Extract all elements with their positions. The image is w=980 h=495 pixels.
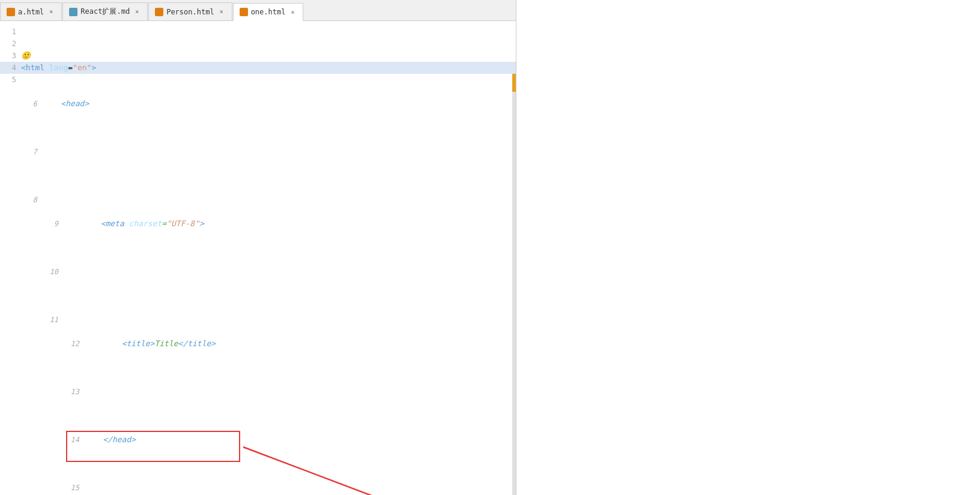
html-file-icon-2: [155, 8, 163, 16]
code-line-11: 11 12 <title>Title</title> 13 14 </head>…: [42, 314, 492, 495]
html-file-icon-3: [240, 8, 248, 16]
code-line-1: 1: [0, 26, 516, 38]
code-line-12: 12 <title>Title</title>: [63, 338, 480, 350]
code-lines: 1 2 3 🙂 4 <html lang="en"> 5: [0, 21, 516, 495]
code-line-5: 5 6 <head> 7 8 9 <meta charset="UTF-8">: [0, 74, 516, 495]
code-line-15: 15: [63, 482, 480, 494]
tab-close-1[interactable]: ×: [47, 8, 55, 16]
tab-react-md[interactable]: React扩展.md ×: [62, 2, 148, 20]
code-editor: a.html × React扩展.md × Person.html × one.…: [0, 0, 516, 495]
code-line-10: 10: [42, 266, 492, 278]
tab-one-html[interactable]: one.html ×: [233, 3, 304, 21]
code-line-2: 2: [0, 38, 516, 50]
code-line-3: 3 🙂: [0, 50, 516, 62]
code-line-14: 14 </head>: [63, 434, 480, 446]
code-line-4: 4 <html lang="en">: [0, 62, 516, 74]
tab-a-html[interactable]: a.html ×: [0, 2, 62, 20]
code-line-9: 9 <meta charset="UTF-8">: [42, 218, 492, 230]
md-file-icon: [69, 8, 77, 16]
code-line-13: 13: [63, 386, 480, 398]
code-line-6: 6 <head>: [21, 98, 504, 110]
tab-person-html[interactable]: Person.html ×: [148, 2, 232, 20]
code-line-8: 8 9 <meta charset="UTF-8"> 10 11 12 <: [21, 194, 504, 495]
tab-close-2[interactable]: ×: [133, 8, 141, 16]
tab-close-4[interactable]: ×: [288, 8, 297, 16]
editor-tabs: a.html × React扩展.md × Person.html × one.…: [0, 0, 516, 21]
code-content-area: 1 2 3 🙂 4 <html lang="en"> 5: [0, 21, 516, 495]
minimap-position-marker: [512, 74, 516, 92]
tab-close-3[interactable]: ×: [217, 8, 226, 16]
html-file-icon: [7, 8, 15, 16]
minimap-scrollbar: [512, 74, 516, 495]
code-line-7: 7: [21, 146, 504, 158]
